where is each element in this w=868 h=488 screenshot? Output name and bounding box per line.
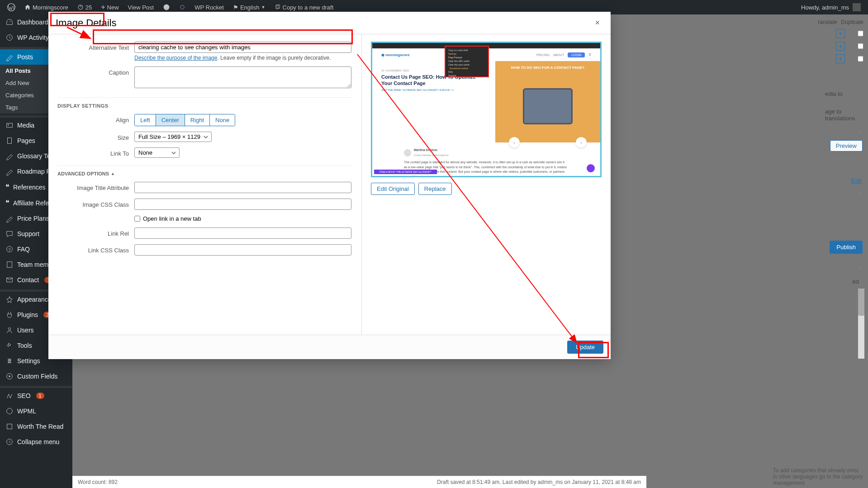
svg-point-2 xyxy=(180,5,184,9)
wp-logo-icon[interactable] xyxy=(4,3,19,11)
preview-button[interactable]: Preview xyxy=(830,140,863,152)
link-css-label: Link CSS Class xyxy=(57,244,134,254)
seo-badge: 1 xyxy=(36,393,44,399)
replace-button[interactable]: Replace xyxy=(418,183,452,195)
svg-rect-11 xyxy=(7,262,12,268)
svg-point-16 xyxy=(7,408,13,414)
publish-button[interactable]: Publish xyxy=(830,241,863,254)
align-button-group: Left Center Right None xyxy=(134,114,235,126)
caption-input[interactable] xyxy=(134,66,351,88)
advanced-options-toggle[interactable]: ADVANCED OPTIONS xyxy=(57,165,352,176)
add-translation-icon[interactable]: + xyxy=(836,42,845,51)
modal-title: Image Details xyxy=(56,17,117,29)
add-translation-icon[interactable]: + xyxy=(836,29,845,38)
chat-bubble-icon xyxy=(587,164,595,172)
svg-point-15 xyxy=(9,375,10,377)
howdy-user[interactable]: Howdy, admin_ms xyxy=(801,4,849,11)
linkto-label: Link To xyxy=(57,147,134,157)
svg-point-13 xyxy=(8,328,10,330)
duplicate-checkbox[interactable] xyxy=(858,42,863,51)
size-select[interactable]: Full Size – 1969 × 1129 xyxy=(134,132,212,142)
menu-wpml[interactable]: WPML xyxy=(0,403,72,419)
alt-text-input[interactable] xyxy=(134,42,351,53)
link-rel-input[interactable] xyxy=(134,227,351,239)
open-new-tab-label: Open link in a new tab xyxy=(143,215,201,222)
display-settings-heading: DISPLAY SETTINGS xyxy=(57,97,352,109)
alt-help-text: Describe the purpose of the image. Leave… xyxy=(134,55,351,61)
svg-point-7 xyxy=(8,124,9,126)
align-none-button[interactable]: None xyxy=(210,114,235,126)
add-translation-icon[interactable]: + xyxy=(836,54,845,63)
yoast-icon[interactable] xyxy=(159,4,174,11)
uncategorized-text: ed xyxy=(853,278,859,285)
collapse-menu[interactable]: Collapse menu xyxy=(0,434,72,450)
align-right-button[interactable]: Right xyxy=(185,114,210,126)
title-attr-input[interactable] xyxy=(134,182,351,193)
svg-rect-17 xyxy=(7,424,12,429)
title-attr-label: Image Title Attribute xyxy=(57,182,134,191)
size-label: Size xyxy=(57,132,134,141)
new-content[interactable]: + New xyxy=(97,3,122,11)
save-status: Draft saved at 8:51:49 am. Last edited b… xyxy=(437,479,641,485)
preview-logo: ◉ morningscore xyxy=(381,53,410,57)
link-css-input[interactable] xyxy=(134,244,351,256)
menu-worth-read[interactable]: Worth The Read xyxy=(0,419,72,434)
preview-annotation-box: Copy to a new draft Settings Page Preloa… xyxy=(445,46,489,77)
svg-rect-6 xyxy=(7,123,13,128)
css-class-input[interactable] xyxy=(134,199,351,210)
menu-seo[interactable]: SEO1 xyxy=(0,388,72,403)
view-post[interactable]: View Post xyxy=(124,4,158,11)
svg-text:?: ? xyxy=(8,247,10,252)
align-center-button[interactable]: Center xyxy=(156,114,185,126)
image-details-modal: Image Details × Alternative Text Describ… xyxy=(48,12,611,359)
edit-original-button[interactable]: Edit Original xyxy=(371,183,415,195)
media-note: edia to xyxy=(825,90,863,97)
align-left-button[interactable]: Left xyxy=(135,114,156,126)
update-button[interactable]: Update xyxy=(567,341,603,354)
wp-rocket[interactable]: WP Rocket xyxy=(191,4,228,11)
edit-link[interactable]: Edit xyxy=(852,177,862,184)
menu-custom-fields[interactable]: Custom Fields xyxy=(0,369,72,384)
updates-icon[interactable]: 25 xyxy=(74,4,95,11)
linkto-select[interactable]: None xyxy=(134,147,180,158)
translate-col: ranslate xyxy=(818,19,837,25)
link-rel-label: Link Rel xyxy=(57,227,134,237)
cache-icon[interactable] xyxy=(175,4,189,10)
translation-note: age to translations xyxy=(825,108,863,122)
category-note: To add categories that already exist in … xyxy=(773,467,863,486)
language-switcher[interactable]: ⚑ English ▼ xyxy=(229,4,269,11)
duplicate-checkbox[interactable] xyxy=(858,54,863,63)
word-count: Word count: 892 xyxy=(78,479,118,485)
avatar[interactable] xyxy=(853,3,861,11)
scrollbar[interactable] xyxy=(858,289,864,359)
svg-rect-8 xyxy=(8,138,12,144)
open-new-tab-checkbox[interactable] xyxy=(134,216,140,222)
site-name[interactable]: Morningscore xyxy=(21,4,72,11)
duplicate-checkbox[interactable] xyxy=(858,29,863,38)
duplicate-col: Duplicate xyxy=(841,19,863,25)
svg-point-18 xyxy=(7,439,13,445)
caption-label: Caption xyxy=(57,66,134,76)
align-label: Align xyxy=(57,114,134,123)
copy-draft[interactable]: Copy to a new draft xyxy=(271,4,337,11)
alt-text-label: Alternative Text xyxy=(57,42,134,51)
alt-help-link[interactable]: Describe the purpose of the image xyxy=(134,55,217,61)
close-icon[interactable]: × xyxy=(591,16,603,29)
css-class-label: Image CSS Class xyxy=(57,199,134,208)
image-preview: ◉ morningscore PRICING ABOUT LOGIN ☰ Cop… xyxy=(371,42,602,177)
svg-point-1 xyxy=(164,5,170,10)
